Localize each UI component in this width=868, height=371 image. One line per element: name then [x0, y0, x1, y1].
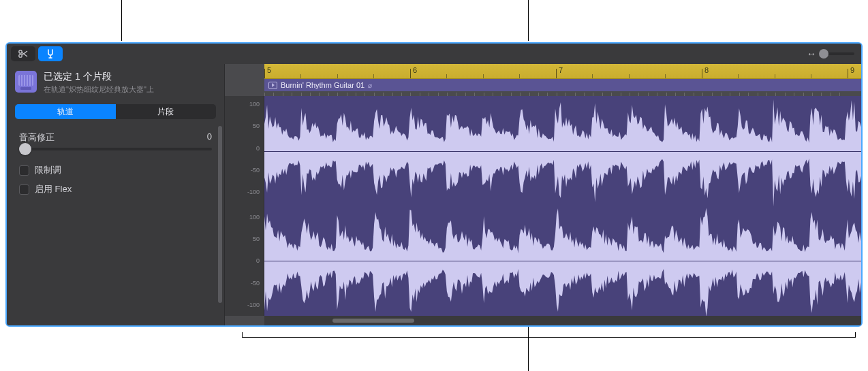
inspector-panel: 已选定 1 个片段 在轨道"炽热细纹尼经典放大器"上 轨道 片段 音高修正 0 [7, 64, 225, 325]
callout-line [528, 0, 529, 41]
amplitude-axis: 100500-50-100100500-50-100 [225, 96, 264, 316]
tab-track[interactable]: 轨道 [15, 104, 116, 119]
loop-icon: ⌀ [368, 82, 372, 89]
selection-title: 已选定 1 个片段 [44, 71, 216, 83]
y-axis-label: -100 [247, 189, 260, 195]
zoom-arrows-icon: ↔ [807, 48, 816, 59]
callout-line [242, 337, 855, 338]
scrollbar-thumb[interactable] [332, 319, 414, 323]
tuning-fork-icon [46, 48, 55, 59]
tab-region[interactable]: 片段 [116, 104, 217, 119]
y-axis-label: 0 [256, 145, 260, 152]
ruler-mark: 8 [704, 66, 709, 74]
enable-flex-checkbox[interactable] [19, 184, 29, 195]
tuning-button[interactable] [38, 46, 63, 61]
pitch-correction-label: 音高修正 [19, 131, 55, 144]
callout-line [121, 0, 122, 41]
ruler-mark: 7 [559, 66, 563, 74]
zoom-thumb[interactable] [819, 49, 828, 59]
callout-line [242, 332, 243, 338]
ruler-mark: 6 [413, 66, 417, 74]
limit-to-key-label: 限制调 [35, 164, 61, 176]
horizontal-scrollbar[interactable] [264, 316, 861, 325]
y-axis-label: -50 [251, 280, 260, 287]
time-ruler[interactable]: 5 6 7 8 9 [264, 64, 861, 79]
enable-flex-label: 启用 Flex [35, 183, 72, 195]
svg-point-0 [19, 50, 22, 53]
inspector-scrollbar[interactable] [218, 126, 222, 303]
waveform-editor: 5 6 7 8 9 [225, 64, 861, 325]
zoom-track[interactable] [820, 52, 854, 55]
ruler-mark: 5 [267, 66, 271, 74]
y-axis-label: 50 [253, 123, 260, 129]
y-axis-label: 100 [249, 214, 260, 221]
amp-icon [15, 71, 37, 93]
region-header[interactable]: Burnin' Rhythm Guitar 01 ⌀ [264, 79, 861, 91]
slider-thumb[interactable] [19, 143, 31, 155]
callout-line [528, 327, 529, 371]
pitch-correction-slider[interactable] [19, 148, 212, 150]
y-axis-label: 100 [249, 101, 260, 108]
selection-subtitle: 在轨道"炽热细纹尼经典放大器"上 [44, 84, 216, 95]
scissors-icon [18, 49, 29, 59]
pitch-correction-value: 0 [207, 131, 212, 144]
editor-toolbar: ↔ [7, 44, 861, 64]
svg-point-1 [19, 54, 22, 57]
callout-line [855, 332, 856, 338]
ruler-mark: 9 [850, 66, 854, 74]
audio-editor-panel: ↔ 已选定 1 个片段 在轨道"炽热细纹尼经典放大器"上 轨道 片段 [5, 42, 863, 327]
y-axis-label: -50 [251, 167, 260, 174]
y-axis-label: 50 [253, 236, 260, 242]
limit-to-key-checkbox[interactable] [19, 165, 29, 176]
region-name: Burnin' Rhythm Guitar 01 [281, 81, 365, 89]
horizontal-zoom-slider[interactable]: ↔ [807, 48, 857, 59]
play-icon [268, 82, 277, 89]
y-axis-label: -100 [247, 302, 260, 308]
scissors-button[interactable] [11, 46, 35, 61]
waveform-display[interactable] [264, 96, 861, 316]
y-axis-label: 0 [256, 257, 260, 264]
